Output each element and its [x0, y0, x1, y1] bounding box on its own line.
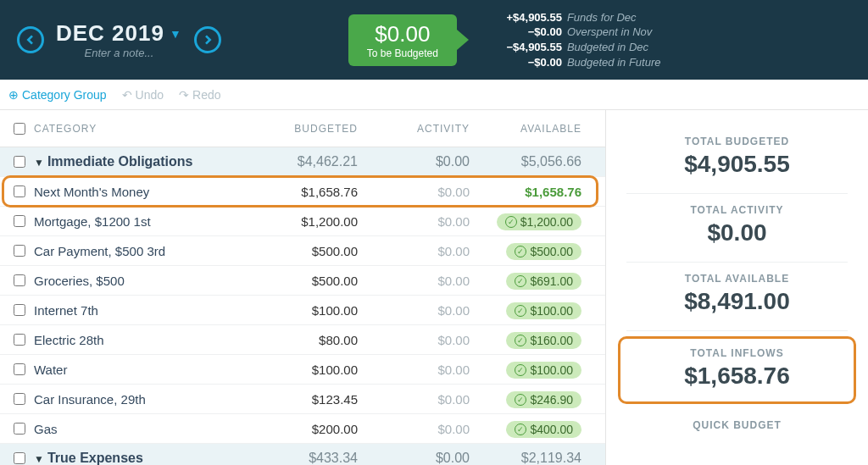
available-pill[interactable]: ✓$100.00: [506, 302, 581, 319]
month-note-input[interactable]: Enter a note...: [56, 47, 182, 59]
check-circle-icon: ✓: [515, 305, 526, 317]
next-month-button[interactable]: [194, 26, 221, 53]
budget-sidebar: TOTAL BUDGETED $4,905.55 TOTAL ACTIVITY …: [605, 110, 868, 465]
category-row[interactable]: Car Payment, $500 3rd$500.00$0.00✓$500.0…: [0, 236, 605, 266]
row-activity: $0.00: [373, 392, 485, 407]
category-name: Internet 7th: [34, 303, 98, 318]
category-row[interactable]: Mortgage, $1200 1st$1,200.00$0.00✓$1,200…: [0, 207, 605, 236]
category-name: Groceries, $500: [34, 274, 125, 288]
month-selector[interactable]: DEC 2019 ▼: [56, 20, 182, 47]
col-available: AVAILABLE: [485, 123, 597, 135]
plus-circle-icon: ⊕: [8, 88, 19, 102]
total-budgeted-value: $4,905.55: [626, 151, 848, 178]
available-pill[interactable]: ✓$691.00: [506, 273, 581, 290]
total-available-value: $8,491.00: [626, 288, 848, 315]
available-pill[interactable]: ✓$400.00: [506, 421, 581, 438]
chevron-down-icon: ▼: [170, 27, 182, 41]
group-checkbox[interactable]: [14, 452, 25, 464]
row-budgeted[interactable]: $1,658.76: [261, 185, 373, 199]
tbb-label: To be Budgeted: [367, 47, 438, 59]
check-circle-icon: ✓: [515, 364, 526, 376]
category-row[interactable]: Groceries, $500$500.00$0.00✓$691.00: [0, 266, 605, 296]
budget-table: CATEGORY BUDGETED ACTIVITY AVAILABLE ▼Im…: [0, 110, 605, 465]
category-name: Car Payment, $500 3rd: [34, 244, 165, 258]
check-circle-icon: ✓: [505, 216, 517, 228]
check-circle-icon: ✓: [515, 246, 526, 257]
row-checkbox[interactable]: [14, 245, 25, 257]
category-group-row[interactable]: ▼Immediate Obligations$4,462.21$0.00$5,0…: [0, 147, 605, 177]
category-group-row[interactable]: ▼True Expenses$433.34$0.00$2,119.34: [0, 444, 605, 465]
row-checkbox[interactable]: [14, 185, 25, 197]
redo-button[interactable]: ↷ Redo: [179, 88, 220, 102]
row-budgeted[interactable]: $100.00: [261, 303, 373, 318]
row-budgeted[interactable]: $500.00: [261, 274, 373, 288]
group-name: True Expenses: [47, 451, 143, 465]
col-budgeted: BUDGETED: [261, 123, 373, 135]
to-be-budgeted-card: $0.00 To be Budgeted: [348, 14, 457, 66]
check-circle-icon: ✓: [515, 275, 526, 287]
category-row[interactable]: Next Month's Money$1,658.76$0.00$1,658.7…: [0, 177, 605, 207]
total-inflows-block: TOTAL INFLOWS $1,658.76: [618, 336, 856, 404]
total-budgeted-label: TOTAL BUDGETED: [626, 136, 848, 147]
table-header: CATEGORY BUDGETED ACTIVITY AVAILABLE: [0, 110, 605, 147]
prev-month-button[interactable]: [17, 26, 44, 53]
row-budgeted[interactable]: $500.00: [261, 244, 373, 258]
undo-button[interactable]: ↶ Undo: [122, 88, 164, 102]
total-activity-value: $0.00: [626, 219, 848, 246]
category-row[interactable]: Electric 28th$80.00$0.00✓$160.00: [0, 325, 605, 355]
total-inflows-value: $1,658.76: [620, 363, 854, 390]
group-available: $5,056.66: [485, 154, 597, 169]
row-budgeted[interactable]: $1,200.00: [261, 214, 373, 229]
row-activity: $0.00: [373, 244, 485, 258]
budget-summary: +$4,905.55Funds for Dec −$0.00Overspent …: [486, 10, 661, 69]
category-name: Water: [34, 363, 67, 377]
available-pill[interactable]: ✓$500.00: [506, 243, 581, 260]
available-pill[interactable]: ✓$246.90: [506, 391, 581, 408]
available-value[interactable]: $1,658.76: [525, 185, 581, 199]
row-checkbox[interactable]: [14, 363, 25, 375]
check-circle-icon: ✓: [515, 423, 526, 435]
row-budgeted[interactable]: $123.45: [261, 392, 373, 407]
check-circle-icon: ✓: [515, 394, 526, 406]
col-category: CATEGORY: [31, 123, 261, 135]
row-checkbox[interactable]: [14, 334, 25, 346]
row-activity: $0.00: [373, 333, 485, 347]
row-budgeted[interactable]: $200.00: [261, 422, 373, 436]
total-available-label: TOTAL AVAILABLE: [626, 273, 848, 285]
row-checkbox[interactable]: [14, 393, 25, 405]
group-activity: $0.00: [373, 154, 485, 169]
row-checkbox[interactable]: [14, 274, 25, 286]
caret-down-icon: ▼: [34, 157, 44, 169]
app-header: DEC 2019 ▼ Enter a note... $0.00 To be B…: [0, 0, 868, 80]
category-name: Next Month's Money: [34, 185, 149, 199]
row-activity: $0.00: [373, 185, 485, 199]
select-all-checkbox[interactable]: [14, 123, 25, 135]
row-checkbox[interactable]: [14, 304, 25, 316]
available-pill[interactable]: ✓$100.00: [506, 362, 581, 379]
group-checkbox[interactable]: [14, 156, 25, 168]
group-budgeted: $433.34: [261, 451, 373, 465]
category-row[interactable]: Internet 7th$100.00$0.00✓$100.00: [0, 296, 605, 325]
available-pill[interactable]: ✓$1,200.00: [497, 213, 581, 230]
row-activity: $0.00: [373, 422, 485, 436]
row-activity: $0.00: [373, 363, 485, 377]
category-name: Car Insurance, 29th: [34, 392, 146, 407]
row-checkbox[interactable]: [14, 423, 25, 435]
category-name: Gas: [34, 422, 58, 436]
budget-toolbar: ⊕ Category Group ↶ Undo ↷ Redo: [0, 80, 868, 110]
category-row[interactable]: Car Insurance, 29th$123.45$0.00✓$246.90: [0, 385, 605, 414]
group-budgeted: $4,462.21: [261, 154, 373, 169]
caret-down-icon: ▼: [34, 453, 44, 465]
available-pill[interactable]: ✓$160.00: [506, 332, 581, 349]
category-row[interactable]: Water$100.00$0.00✓$100.00: [0, 355, 605, 385]
month-label: DEC 2019: [56, 20, 164, 47]
category-name: Electric 28th: [34, 333, 104, 347]
add-category-group-button[interactable]: ⊕ Category Group: [8, 88, 107, 102]
category-row[interactable]: Gas$200.00$0.00✓$400.00: [0, 414, 605, 444]
row-budgeted[interactable]: $80.00: [261, 333, 373, 347]
row-checkbox[interactable]: [14, 215, 25, 227]
tbb-amount: $0.00: [367, 21, 438, 47]
total-activity-label: TOTAL ACTIVITY: [626, 204, 848, 216]
row-activity: $0.00: [373, 303, 485, 318]
row-budgeted[interactable]: $100.00: [261, 363, 373, 377]
